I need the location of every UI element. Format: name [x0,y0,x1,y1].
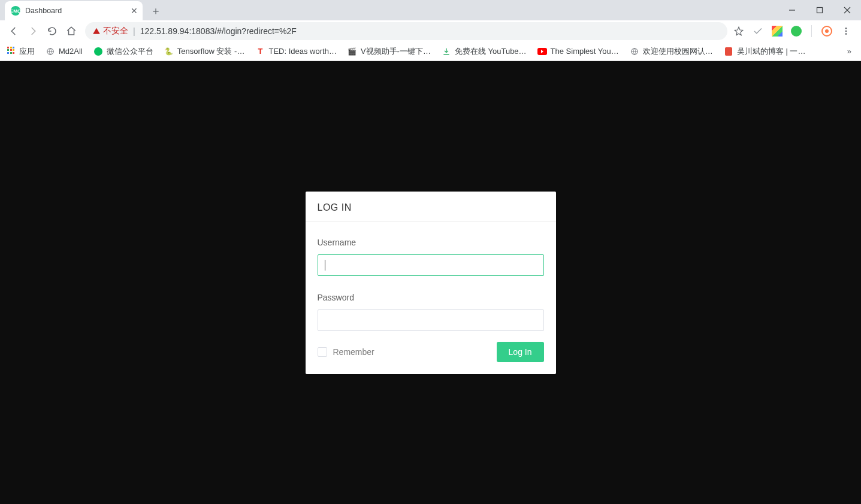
video-icon: 🎬 [348,47,357,56]
minimize-button[interactable] [778,0,806,20]
globe-icon [46,47,55,56]
bookmark-label: Tensorflow 安装 -… [177,46,245,57]
url-separator: | [133,26,135,36]
menu-icon[interactable] [839,25,853,38]
emq-favicon-icon: EMQ [11,6,20,16]
youtube-icon [537,47,547,56]
address-bar: 不安全 | 122.51.89.94:18083/#/login?redirec… [0,20,861,42]
close-tab-icon[interactable]: ✕ [131,6,138,16]
window-controls [778,0,861,20]
bookmark-item[interactable]: Md2All [46,47,83,56]
bookmark-label: 微信公众平台 [107,46,153,57]
reload-button[interactable] [43,22,61,40]
bookmarks-overflow-icon[interactable]: » [844,47,855,56]
bookmark-label: 欢迎使用校园网认… [643,46,713,57]
bookmark-item[interactable]: 🎬 V视频助手-一键下… [348,46,431,57]
page-content: LOG IN Username Password Remember Log In [0,61,861,504]
svg-rect-1 [817,8,823,13]
new-tab-button[interactable]: ＋ [147,2,164,19]
bookmark-item[interactable]: 免费在线 YouTube… [442,46,527,57]
bookmark-item[interactable]: 欢迎使用校园网认… [630,46,713,57]
maximize-button[interactable] [806,0,833,20]
apps-shortcut[interactable]: 应用 [6,46,35,57]
login-card: LOG IN Username Password Remember Log In [306,192,556,374]
separator [811,25,812,37]
orange-extension-icon[interactable] [820,25,833,38]
remember-checkbox[interactable]: Remember [318,347,374,357]
url-input[interactable]: 不安全 | 122.51.89.94:18083/#/login?redirec… [85,22,727,40]
username-label: Username [318,238,544,247]
bookmark-item[interactable]: T TED: Ideas worth… [255,47,336,56]
login-button[interactable]: Log In [497,342,544,362]
star-icon[interactable] [732,25,745,38]
bookmark-label: V视频助手-一键下… [361,46,431,57]
wechat-icon [93,47,103,56]
check-icon[interactable] [751,25,765,38]
back-button[interactable] [5,22,23,40]
svg-point-4 [845,28,847,29]
bookmark-label: Md2All [59,47,83,56]
green-extension-icon[interactable] [790,25,803,38]
ted-icon: T [255,47,265,56]
bookmark-item[interactable]: 吴川斌的博客 | 一… [724,46,806,57]
download-icon [442,47,451,56]
bookmark-item[interactable]: 微信公众平台 [93,46,153,57]
svg-point-6 [845,33,847,35]
bookmarks-bar: 应用 Md2All 微信公众平台 🐍 Tensorflow 安装 -… T TE… [0,42,861,61]
bookmark-item[interactable]: 🐍 Tensorflow 安装 -… [164,46,245,57]
tab-strip: EMQ Dashboard ✕ ＋ [0,0,861,20]
checkbox-icon [318,347,327,357]
login-title: LOG IN [306,192,556,222]
close-window-button[interactable] [833,0,861,20]
bookmark-label: The Simplest You… [551,47,619,56]
svg-point-5 [845,31,847,32]
tab-title: Dashboard [25,7,62,15]
bookmark-label: 吴川斌的博客 | 一… [737,46,806,57]
text-caret [325,260,325,271]
bookmark-item[interactable]: The Simplest You… [537,47,619,56]
password-input[interactable] [318,309,544,331]
apps-label: 应用 [19,46,35,57]
password-label: Password [318,293,544,302]
active-tab[interactable]: EMQ Dashboard ✕ [5,1,143,20]
python-icon: 🐍 [164,47,174,56]
bookmark-label: 免费在线 YouTube… [455,46,527,57]
url-text: 122.51.89.94:18083/#/login?redirect=%2F [140,26,297,36]
forward-button[interactable] [24,22,42,40]
remember-label: Remember [333,347,374,357]
toolbar-right [732,25,856,38]
apps-grid-icon [6,47,16,56]
username-input[interactable] [318,254,544,276]
globe-icon [630,47,639,56]
bookmark-label: TED: Ideas worth… [268,47,336,56]
home-button[interactable] [62,22,80,40]
colorbox-extension-icon[interactable] [771,25,784,38]
blog-icon [724,47,733,56]
insecure-label: 不安全 [103,26,128,37]
insecure-indicator: 不安全 [92,26,128,37]
